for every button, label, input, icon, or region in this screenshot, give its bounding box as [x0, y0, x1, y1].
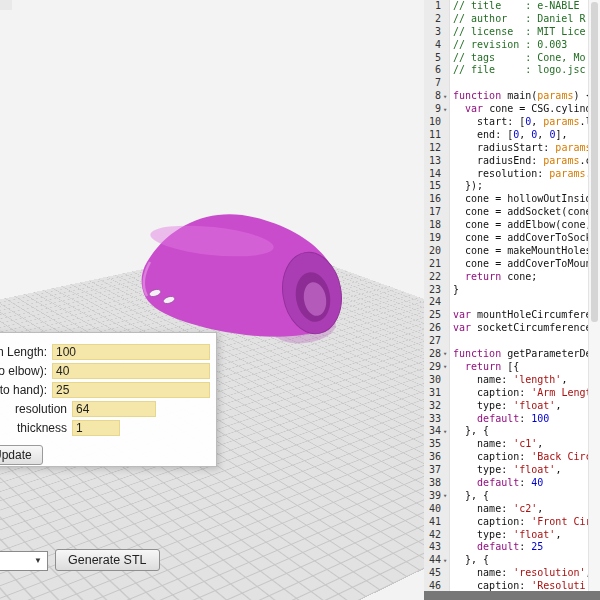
viewer-canvas[interactable]: Arm Length:(closest to elbow):(closest t…: [0, 0, 424, 600]
code-line[interactable]: // license : MIT Lice: [453, 26, 588, 39]
line-number: 24: [429, 296, 441, 309]
code-line[interactable]: name: 'length',: [453, 374, 588, 387]
code-line[interactable]: // tags : Cone, Mo: [453, 52, 588, 65]
line-number: 3: [435, 26, 441, 39]
code-line[interactable]: cone = addSocket(cone,: [453, 206, 588, 219]
line-number: 19: [429, 232, 441, 245]
fold-toggle-icon[interactable]: ▾: [441, 350, 449, 358]
fold-toggle-icon[interactable]: ▾: [441, 428, 449, 436]
code-line[interactable]: function main(params) {: [453, 90, 588, 103]
line-number: 5: [435, 52, 441, 65]
code-line[interactable]: caption: 'Arm Length: [453, 387, 588, 400]
line-number: 36: [429, 451, 441, 464]
editor-vscroll-thumb[interactable]: [591, 2, 598, 322]
line-number: 13: [429, 155, 441, 168]
code-line[interactable]: return [{: [453, 361, 588, 374]
param-caption: (closest to elbow):: [0, 364, 47, 378]
line-number: 35: [429, 438, 441, 451]
fold-toggle-icon[interactable]: ▾: [441, 557, 449, 565]
line-number: 34: [429, 425, 441, 438]
line-number: 39: [429, 490, 441, 503]
code-line[interactable]: }, {: [453, 490, 588, 503]
code-line[interactable]: cone = addCoverToMount: [453, 258, 588, 271]
line-number: 15: [429, 180, 441, 193]
editor-gutter: 12345678▾9▾10111213141516171819202122232…: [424, 0, 450, 600]
line-number: 42: [429, 529, 441, 542]
line-number: 2: [435, 13, 441, 26]
code-line[interactable]: name: 'resolution',: [453, 567, 588, 580]
code-line[interactable]: }, {: [453, 554, 588, 567]
code-line[interactable]: function getParameterDef: [453, 348, 588, 361]
code-line[interactable]: [453, 77, 588, 90]
code-line[interactable]: name: 'c2',: [453, 503, 588, 516]
code-line[interactable]: caption: 'Front Circ: [453, 516, 588, 529]
param-row: (closest to elbow):: [0, 362, 210, 380]
line-number: 33: [429, 413, 441, 426]
line-number: 38: [429, 477, 441, 490]
line-number: 27: [429, 335, 441, 348]
code-line[interactable]: }: [453, 284, 588, 297]
parameters-panel: Arm Length:(closest to elbow):(closest t…: [0, 332, 217, 467]
fold-toggle-icon[interactable]: ▾: [441, 363, 449, 371]
code-line[interactable]: cone = makeMountHoles(: [453, 245, 588, 258]
line-number: 25: [429, 309, 441, 322]
code-line[interactable]: end: [0, 0, 0],: [453, 129, 588, 142]
code-line[interactable]: // file : logo.jsc: [453, 64, 588, 77]
code-line[interactable]: });: [453, 180, 588, 193]
code-line[interactable]: resolution: params.r: [453, 168, 588, 181]
code-line[interactable]: }, {: [453, 425, 588, 438]
design-select[interactable]: ▼: [0, 551, 48, 571]
code-line[interactable]: caption: 'Back Circu: [453, 451, 588, 464]
code-line[interactable]: name: 'c1',: [453, 438, 588, 451]
code-line[interactable]: var mountHoleCircumferen: [453, 309, 588, 322]
param-input[interactable]: [72, 401, 156, 417]
editor-hscroll-thumb[interactable]: [424, 591, 600, 600]
update-button[interactable]: Update: [0, 445, 43, 465]
code-line[interactable]: // author : Daniel R: [453, 13, 588, 26]
code-line[interactable]: // revision : 0.003: [453, 39, 588, 52]
fold-toggle-icon[interactable]: ▾: [441, 492, 449, 500]
line-number: 14: [429, 168, 441, 181]
line-number: 32: [429, 400, 441, 413]
line-number: 1: [435, 0, 441, 13]
param-input[interactable]: [52, 344, 210, 360]
line-number: 10: [429, 116, 441, 129]
code-line[interactable]: cone = addCoverToSocke: [453, 232, 588, 245]
code-line[interactable]: var cone = CSG.cylinde: [453, 103, 588, 116]
code-line[interactable]: type: 'float',: [453, 400, 588, 413]
editor-code[interactable]: // title : e-NABLE// author : Daniel R//…: [453, 0, 588, 600]
code-line[interactable]: default: 25: [453, 541, 588, 554]
param-input[interactable]: [52, 363, 210, 379]
line-number: 22: [429, 271, 441, 284]
code-line[interactable]: default: 100: [453, 413, 588, 426]
code-line[interactable]: var socketCircumference: [453, 322, 588, 335]
code-line[interactable]: default: 40: [453, 477, 588, 490]
line-number: 18: [429, 219, 441, 232]
param-row: Arm Length:: [0, 343, 210, 361]
code-line[interactable]: [453, 296, 588, 309]
code-line[interactable]: start: [0, params.le: [453, 116, 588, 129]
code-line[interactable]: cone = hollowOutInside: [453, 193, 588, 206]
param-rows: Arm Length:(closest to elbow):(closest t…: [0, 343, 210, 437]
line-number: 7: [435, 77, 441, 90]
line-number: 11: [429, 129, 441, 142]
code-line[interactable]: radiusStart: params.: [453, 142, 588, 155]
param-input[interactable]: [52, 382, 210, 398]
code-line[interactable]: [453, 335, 588, 348]
param-caption: Arm Length:: [0, 345, 47, 359]
code-line[interactable]: radiusEnd: params.c2: [453, 155, 588, 168]
code-editor[interactable]: 12345678▾9▾10111213141516171819202122232…: [424, 0, 588, 600]
param-input[interactable]: [72, 420, 120, 436]
code-line[interactable]: return cone;: [453, 271, 588, 284]
line-number: 43: [429, 541, 441, 554]
param-row: thickness: [0, 419, 210, 437]
fold-toggle-icon[interactable]: ▾: [441, 93, 449, 101]
code-line[interactable]: // title : e-NABLE: [453, 0, 588, 13]
generate-stl-button[interactable]: Generate STL: [55, 549, 160, 571]
code-line[interactable]: type: 'float',: [453, 529, 588, 542]
line-number: 17: [429, 206, 441, 219]
code-line[interactable]: cone = addElbow(cone,: [453, 219, 588, 232]
editor-vscrollbar[interactable]: [588, 0, 600, 600]
fold-toggle-icon[interactable]: ▾: [441, 106, 449, 114]
code-line[interactable]: type: 'float',: [453, 464, 588, 477]
